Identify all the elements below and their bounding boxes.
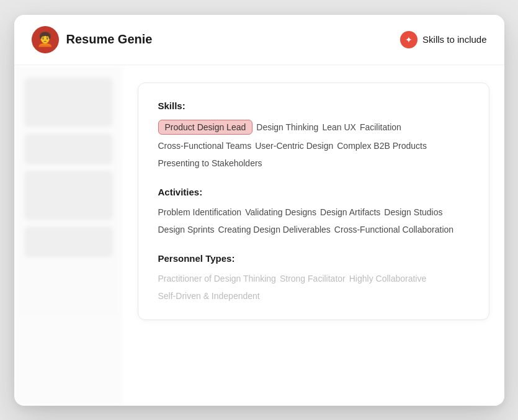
activities-section: Activities: Problem Identification Valid…	[158, 187, 469, 236]
content-area: Skills: Product Design Lead Design Think…	[123, 65, 504, 406]
skill-tag-complex-b2b[interactable]: Complex B2B Products	[337, 140, 427, 152]
activity-cross-functional-collab[interactable]: Cross-Functional Collaboration	[334, 223, 453, 236]
skills-card: Skills: Product Design Lead Design Think…	[138, 83, 489, 320]
sidebar	[14, 65, 123, 406]
personnel-tags: Practitioner of Design Thinking Strong F…	[158, 272, 469, 302]
personnel-section: Personnel Types: Practitioner of Design …	[158, 253, 469, 302]
activity-design-artifacts[interactable]: Design Artifacts	[320, 206, 380, 218]
app-window: 🧑‍🦱 Resume Genie ✦ Skills to include Ski…	[14, 15, 504, 406]
activity-validating-designs[interactable]: Validating Designs	[245, 206, 316, 218]
skills-label: Skills:	[158, 101, 469, 111]
main-content: Skills: Product Design Lead Design Think…	[14, 65, 504, 406]
skill-tag-design-thinking[interactable]: Design Thinking	[256, 121, 318, 133]
skill-tag-presenting[interactable]: Presenting to Stakeholders	[158, 157, 262, 169]
personnel-label: Personnel Types:	[158, 253, 469, 264]
activity-design-sprints[interactable]: Design Sprints	[158, 223, 215, 236]
personnel-collaborative[interactable]: Highly Collaborative	[349, 272, 427, 285]
skill-tag-user-centric-design[interactable]: User-Centric Design	[255, 140, 333, 152]
sidebar-item-3	[24, 171, 113, 220]
skills-include-label: Skills to include	[422, 34, 486, 45]
skills-tags: Product Design Lead Design Thinking Lean…	[158, 120, 469, 169]
skill-tag-lean-ux[interactable]: Lean UX	[322, 121, 355, 133]
skill-tag-cross-functional-teams[interactable]: Cross-Functional Teams	[158, 140, 252, 152]
activity-problem-identification[interactable]: Problem Identification	[158, 206, 242, 218]
personnel-facilitator[interactable]: Strong Facilitator	[280, 272, 346, 285]
skills-section: Skills: Product Design Lead Design Think…	[158, 101, 469, 169]
header-left: 🧑‍🦱 Resume Genie	[32, 26, 153, 53]
activity-creating-deliverables[interactable]: Creating Design Deliverables	[218, 223, 331, 236]
avatar: 🧑‍🦱	[32, 26, 59, 53]
personnel-self-driven[interactable]: Self-Driven & Independent	[158, 290, 260, 302]
skill-tag-product-design-lead[interactable]: Product Design Lead	[158, 120, 253, 135]
personnel-practitioner[interactable]: Practitioner of Design Thinking	[158, 272, 276, 285]
skills-include-button[interactable]: ✦ Skills to include	[400, 31, 486, 48]
activity-design-studios[interactable]: Design Studios	[384, 206, 442, 218]
skill-tag-facilitation[interactable]: Facilitation	[360, 121, 401, 133]
sidebar-item-1	[24, 78, 113, 127]
sidebar-item-2	[24, 133, 113, 164]
app-title: Resume Genie	[66, 32, 153, 47]
skills-icon: ✦	[400, 31, 418, 48]
header: 🧑‍🦱 Resume Genie ✦ Skills to include	[14, 15, 504, 65]
activities-tags: Problem Identification Validating Design…	[158, 206, 469, 236]
sidebar-item-4	[24, 226, 113, 257]
activities-label: Activities:	[158, 187, 469, 197]
